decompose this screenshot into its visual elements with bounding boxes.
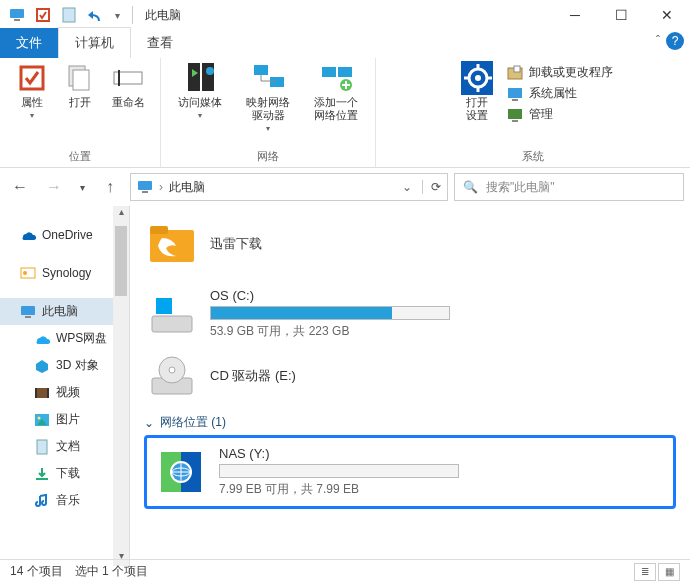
- back-button[interactable]: ←: [6, 174, 34, 200]
- network-drive-icon: [157, 448, 205, 496]
- tree-synology[interactable]: Synology: [0, 260, 129, 286]
- content-pane: 迅雷下载 OS (C:) 53.9 GB 可用，共 223 GB CD 驱动器 …: [130, 206, 690, 566]
- view-large-icons-button[interactable]: ▦: [658, 563, 680, 581]
- open-settings-button[interactable]: 打开 设置: [453, 62, 501, 122]
- tab-computer[interactable]: 计算机: [58, 27, 131, 58]
- search-input[interactable]: 🔍 搜索"此电脑": [454, 173, 684, 201]
- cd-drive-icon: [148, 352, 196, 400]
- refresh-button[interactable]: ⟳: [422, 180, 441, 194]
- svg-rect-51: [164, 298, 171, 305]
- pc-icon: [137, 179, 153, 195]
- svg-rect-32: [142, 191, 148, 193]
- tree-video[interactable]: 视频: [0, 379, 129, 406]
- svg-point-42: [38, 416, 41, 419]
- ribbon-collapse-icon[interactable]: ˆ: [656, 34, 660, 48]
- svg-rect-10: [202, 63, 214, 91]
- status-item-count: 14 个项目: [10, 563, 63, 580]
- uninstall-icon: [507, 65, 523, 81]
- search-placeholder: 搜索"此电脑": [486, 179, 555, 196]
- svg-rect-48: [152, 316, 192, 332]
- svg-rect-30: [512, 120, 518, 122]
- svg-point-11: [206, 67, 214, 75]
- system-properties-button[interactable]: 系统属性: [507, 85, 613, 102]
- uninstall-programs-button[interactable]: 卸载或更改程序: [507, 64, 613, 81]
- tree-downloads[interactable]: 下载: [0, 460, 129, 487]
- tree-scrollbar[interactable]: ▴ ▾: [113, 206, 129, 566]
- chevron-right-icon[interactable]: ›: [159, 180, 163, 194]
- tree-onedrive[interactable]: OneDrive: [0, 222, 129, 248]
- svg-rect-26: [514, 66, 520, 72]
- drive-nas[interactable]: NAS (Y:) 7.99 EB 可用，共 7.99 EB: [153, 444, 667, 500]
- qat-new-icon[interactable]: [58, 4, 80, 26]
- navigation-tree: OneDrive Synology 此电脑 WPS网盘 3D 对象 视频 图片 …: [0, 206, 130, 566]
- address-bar[interactable]: › 此电脑 ⌄ ⟳: [130, 173, 448, 201]
- scrollbar-thumb[interactable]: [115, 226, 127, 296]
- status-selected: 选中 1 个项目: [75, 563, 148, 580]
- tree-thispc[interactable]: 此电脑: [0, 298, 129, 325]
- svg-rect-14: [270, 77, 284, 87]
- folder-icon: [148, 220, 196, 268]
- svg-point-56: [169, 367, 175, 373]
- drive-cd[interactable]: CD 驱动器 (E:): [144, 346, 676, 406]
- rename-button[interactable]: 重命名: [104, 62, 152, 109]
- svg-rect-38: [35, 388, 49, 398]
- ribbon-group-location: 属性 ▾ 打开 重命名 位置: [0, 58, 161, 167]
- chevron-down-icon: ⌄: [144, 416, 154, 430]
- svg-rect-50: [156, 298, 163, 305]
- svg-rect-53: [164, 306, 171, 313]
- svg-rect-36: [25, 316, 31, 318]
- address-text[interactable]: 此电脑: [169, 179, 205, 196]
- folder-name: 迅雷下载: [210, 235, 262, 253]
- svg-rect-46: [150, 230, 194, 262]
- drive-c-usage-text: 53.9 GB 可用，共 223 GB: [210, 323, 450, 340]
- tab-view[interactable]: 查看: [131, 28, 189, 58]
- svg-rect-9: [188, 63, 200, 91]
- svg-rect-13: [254, 65, 268, 75]
- svg-marker-37: [36, 360, 48, 373]
- svg-rect-39: [35, 388, 37, 398]
- tab-file[interactable]: 文件: [0, 28, 58, 58]
- address-row: ← → ▾ ↑ › 此电脑 ⌄ ⟳ 🔍 搜索"此电脑": [0, 168, 690, 206]
- folder-xunlei[interactable]: 迅雷下载: [144, 214, 676, 274]
- tree-music[interactable]: 音乐: [0, 487, 129, 514]
- minimize-button[interactable]: ─: [552, 0, 598, 30]
- add-network-location-button[interactable]: 添加一个 网络位置: [305, 62, 367, 122]
- svg-rect-47: [150, 226, 168, 234]
- drive-c-usage-bar: [210, 306, 450, 320]
- window-title: 此电脑: [145, 7, 181, 24]
- tree-documents[interactable]: 文档: [0, 433, 129, 460]
- drive-name: OS (C:): [210, 288, 450, 303]
- address-dropdown-icon[interactable]: ⌄: [398, 180, 416, 194]
- view-details-button[interactable]: ≣: [634, 563, 656, 581]
- maximize-button[interactable]: ☐: [598, 0, 644, 30]
- qat-undo-icon[interactable]: [84, 4, 106, 26]
- cd-drive-name: CD 驱动器 (E:): [210, 367, 296, 385]
- explorer-body: OneDrive Synology 此电脑 WPS网盘 3D 对象 视频 图片 …: [0, 206, 690, 566]
- pc-icon[interactable]: [6, 4, 28, 26]
- up-button[interactable]: ↑: [96, 174, 124, 200]
- tree-wps[interactable]: WPS网盘: [0, 325, 129, 352]
- forward-button[interactable]: →: [40, 174, 68, 200]
- drive-c[interactable]: OS (C:) 53.9 GB 可用，共 223 GB: [144, 282, 676, 346]
- nas-usage-text: 7.99 EB 可用，共 7.99 EB: [219, 481, 459, 498]
- close-button[interactable]: ✕: [644, 0, 690, 30]
- manage-button[interactable]: 管理: [507, 106, 613, 123]
- svg-rect-35: [21, 306, 35, 315]
- access-media-button[interactable]: 访问媒体 ▾: [169, 62, 231, 120]
- recent-dropdown[interactable]: ▾: [74, 174, 90, 200]
- section-network-locations[interactable]: ⌄ 网络位置 (1): [144, 414, 676, 431]
- tree-3d-objects[interactable]: 3D 对象: [0, 352, 129, 379]
- svg-rect-44: [37, 440, 47, 454]
- tree-pictures[interactable]: 图片: [0, 406, 129, 433]
- properties-button[interactable]: 属性 ▾: [8, 62, 56, 120]
- map-drive-button[interactable]: 映射网络 驱动器 ▾: [237, 62, 299, 133]
- qat-dropdown-icon[interactable]: ▾: [110, 4, 124, 26]
- svg-rect-3: [63, 8, 75, 22]
- svg-rect-40: [47, 388, 49, 398]
- ribbon: 属性 ▾ 打开 重命名 位置 访问媒体 ▾ 映射网络 驱动器: [0, 58, 690, 168]
- open-button[interactable]: 打开: [62, 62, 98, 109]
- svg-point-20: [475, 75, 481, 81]
- help-icon[interactable]: ?: [666, 32, 684, 50]
- qat-properties-icon[interactable]: [32, 4, 54, 26]
- svg-rect-28: [512, 99, 518, 101]
